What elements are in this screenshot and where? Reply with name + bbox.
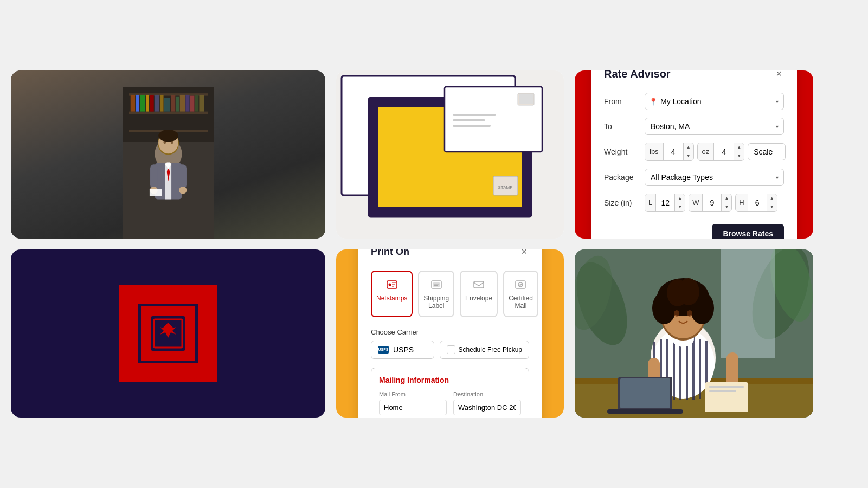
man-photo-card — [11, 70, 325, 239]
size-h-input[interactable] — [748, 194, 767, 211]
rate-advisor-title: Rate Advisor — [604, 70, 671, 80]
mail-from-input[interactable] — [379, 400, 447, 415]
browse-rates-button[interactable]: Browse Rates — [712, 224, 784, 239]
svg-rect-14 — [176, 97, 179, 112]
destination-label: Destination — [453, 391, 521, 397]
destination-input[interactable] — [453, 400, 521, 415]
to-row: To Boston, MA ▾ — [604, 118, 784, 135]
svg-rect-136 — [709, 386, 744, 388]
netstamps-label: Netstamps — [376, 294, 407, 302]
oz-up-button[interactable]: ▲ — [734, 143, 744, 152]
svg-point-97 — [388, 283, 391, 286]
svg-rect-41 — [369, 98, 378, 217]
schedule-pickup-button[interactable]: Schedule Free Pickup — [440, 341, 529, 359]
from-row: From 📍 My Location ▾ — [604, 93, 784, 110]
carrier-input: USPS USPS — [371, 341, 434, 359]
weight-oz-input[interactable] — [714, 143, 734, 160]
svg-rect-119 — [692, 337, 695, 400]
stamp-icon-svg — [146, 312, 190, 355]
svg-rect-47 — [453, 119, 485, 121]
scale-select[interactable]: Scale — [748, 143, 786, 160]
carrier-section: Choose Carrier USPS USPS Schedule Free P… — [371, 328, 529, 359]
size-h-up-button[interactable]: ▲ — [767, 194, 777, 203]
svg-rect-7 — [140, 95, 145, 112]
size-w-up-button[interactable]: ▲ — [722, 194, 731, 203]
svg-text:STAMP: STAMP — [498, 185, 513, 190]
weight-label: Weight — [604, 147, 639, 156]
weight-lbs-group: lbs ▲ ▼ — [645, 143, 694, 161]
svg-rect-12 — [164, 98, 170, 112]
lbs-down-button[interactable]: ▼ — [684, 152, 693, 160]
size-label: Size (in) — [604, 198, 639, 207]
weight-row: Weight lbs ▲ ▼ oz ▲ — [604, 143, 784, 161]
size-h-label: H — [736, 194, 748, 211]
package-select[interactable]: All Package Types — [645, 169, 784, 186]
lbs-spinner: ▲ ▼ — [683, 143, 693, 160]
mailing-info-section: Mailing Information Mail From Destinatio… — [371, 368, 529, 418]
print-modal-header: Print On × — [371, 249, 529, 260]
svg-rect-120 — [699, 339, 701, 399]
to-label: To — [604, 122, 639, 131]
size-l-input[interactable] — [656, 194, 674, 211]
certified-mail-label: Certified Mail — [509, 294, 533, 310]
size-h-group: H ▲ ▼ — [735, 194, 777, 212]
svg-point-23 — [158, 130, 178, 142]
svg-rect-3 — [128, 112, 207, 114]
stamp-card — [11, 249, 325, 418]
woman-photo-bg — [575, 249, 813, 418]
svg-rect-8 — [146, 95, 149, 112]
modal-header: Rate Advisor × — [604, 70, 784, 82]
envelopes-svg: STAMP — [336, 70, 564, 239]
weight-lbs-input[interactable] — [664, 143, 683, 160]
size-h-spinner: ▲ ▼ — [767, 194, 777, 211]
carrier-name: USPS — [393, 345, 414, 354]
pickup-btn-label: Schedule Free Pickup — [459, 346, 522, 354]
svg-rect-15 — [179, 95, 184, 112]
lbs-up-button[interactable]: ▲ — [684, 143, 693, 152]
svg-rect-17 — [190, 96, 194, 112]
certified-mail-icon — [514, 278, 527, 291]
print-on-title: Print On — [371, 249, 409, 258]
from-label: From — [604, 97, 639, 106]
mail-from-field: Mail From — [379, 391, 447, 415]
oz-down-button[interactable]: ▼ — [734, 152, 744, 160]
print-option-envelope[interactable]: Envelope — [460, 271, 498, 317]
svg-rect-100 — [474, 281, 484, 288]
svg-rect-99 — [433, 282, 440, 287]
rate-advisor-close-button[interactable]: × — [774, 70, 784, 82]
rate-advisor-modal: Rate Advisor × From 📍 My Location ▾ To — [591, 70, 797, 239]
size-w-down-button[interactable]: ▼ — [722, 203, 731, 211]
svg-rect-6 — [136, 95, 139, 112]
print-option-certified-mail[interactable]: Certified Mail — [503, 271, 538, 317]
print-option-shipping-label[interactable]: Shipping Label — [418, 271, 454, 317]
carrier-row: USPS USPS Schedule Free Pickup — [371, 341, 529, 359]
size-h-down-button[interactable]: ▼ — [767, 203, 777, 211]
print-on-close-button[interactable]: × — [519, 249, 529, 260]
svg-point-131 — [687, 310, 692, 317]
button-row: Browse Rates — [604, 220, 784, 239]
size-l-down-button[interactable]: ▼ — [675, 203, 685, 211]
to-select[interactable]: Boston, MA — [645, 118, 784, 135]
svg-point-24 — [163, 141, 165, 144]
print-option-netstamps[interactable]: Netstamps — [371, 271, 413, 317]
from-select[interactable]: My Location — [645, 93, 784, 110]
svg-rect-46 — [453, 114, 496, 116]
weight-oz-group: oz ▲ ▼ — [697, 143, 745, 161]
checkbox-icon — [447, 345, 455, 354]
envelope-icon — [472, 278, 485, 291]
mail-from-label: Mail From — [379, 391, 447, 397]
destination-field: Destination — [453, 391, 521, 415]
size-w-input[interactable] — [703, 194, 721, 211]
print-options-row: Netstamps Shipping Label Envelope — [371, 271, 529, 317]
choose-carrier-label: Choose Carrier — [371, 328, 529, 336]
svg-point-130 — [674, 310, 679, 317]
shipping-label-icon — [430, 278, 443, 291]
svg-rect-9 — [149, 95, 153, 112]
svg-rect-48 — [453, 125, 491, 127]
svg-point-25 — [170, 141, 172, 144]
size-l-up-button[interactable]: ▲ — [675, 194, 685, 203]
svg-point-32 — [179, 187, 187, 194]
svg-rect-13 — [170, 95, 175, 112]
svg-rect-18 — [195, 95, 198, 112]
woman-photo-card — [575, 249, 813, 418]
